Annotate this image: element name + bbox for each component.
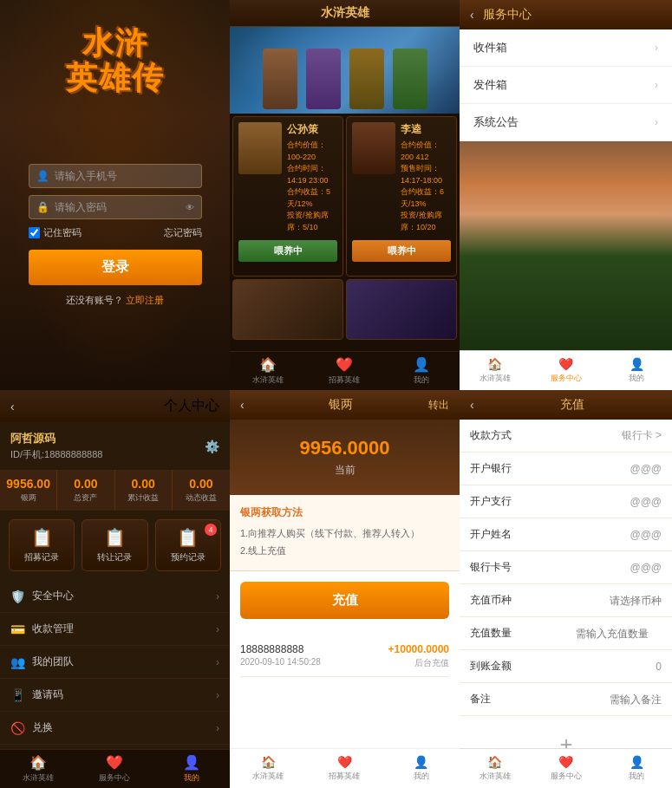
- nav-home[interactable]: 🏠 水浒英雄: [230, 356, 306, 386]
- form-note[interactable]: 备注: [460, 683, 672, 716]
- personal-nav-mine-label: 我的: [184, 772, 199, 784]
- amount-input[interactable]: [531, 628, 662, 640]
- hero-card-small-2[interactable]: [346, 279, 457, 340]
- bank-nav-mine[interactable]: 👤 我的: [383, 753, 460, 784]
- menu3-chevron: ›: [216, 656, 219, 668]
- btn2-label: 转让记录: [86, 551, 143, 563]
- stat3-label: 累计收益: [119, 492, 168, 504]
- hero-figure-3: [349, 49, 384, 109]
- form-payment-method[interactable]: 收款方式 银行卡 >: [460, 420, 672, 453]
- menu1-chevron: ›: [216, 590, 219, 602]
- hero-banner: [230, 27, 460, 114]
- back-arrow-icon[interactable]: ‹: [470, 8, 474, 22]
- personal-nav-mine[interactable]: 👤 我的: [153, 754, 230, 784]
- remember-checkbox[interactable]: [29, 227, 40, 238]
- bank-info-title: 银两获取方法: [240, 505, 449, 520]
- menu-team[interactable]: 👥 我的团队 ›: [0, 646, 230, 679]
- transfer-records-btn[interactable]: 📋 转让记录: [82, 519, 147, 571]
- note-input[interactable]: [531, 694, 662, 706]
- menu-invite-left: 📱 邀请码: [10, 687, 63, 702]
- form-amount[interactable]: 充值数量: [460, 617, 672, 650]
- heroes-header: 水浒英雄: [230, 0, 460, 27]
- personal-nav-service-label: 服务中心: [99, 772, 130, 784]
- menu-exchange-left: 🚫 兑换: [10, 720, 53, 735]
- currency-input[interactable]: [531, 595, 662, 607]
- menu-security[interactable]: 🛡️ 安全中心 ›: [0, 580, 230, 613]
- forgot-link[interactable]: 忘记密码: [164, 226, 202, 239]
- password-input[interactable]: [55, 201, 186, 213]
- service-nav-mine[interactable]: 👤 我的: [601, 355, 672, 386]
- service-inbox[interactable]: 收件箱 ›: [460, 29, 672, 67]
- personal-nav-home[interactable]: 🏠 水浒英雄: [0, 754, 76, 784]
- form-payment-label: 收款方式: [470, 428, 531, 443]
- recharge-nav-mine[interactable]: 👤 我的: [601, 753, 672, 784]
- menu-exchange[interactable]: 🚫 兑换 ›: [0, 712, 230, 745]
- service-outbox[interactable]: 发件箱 ›: [460, 67, 672, 104]
- menu-payment[interactable]: 💳 收款管理 ›: [0, 613, 230, 646]
- form-currency[interactable]: 充值币种: [460, 584, 672, 617]
- stat-bank: 9956.00 银两: [0, 470, 57, 511]
- menu2-label: 收款管理: [32, 622, 74, 636]
- bank-nav-home[interactable]: 🏠 水浒英雄: [230, 753, 306, 784]
- phone-input[interactable]: [55, 170, 194, 182]
- register-link[interactable]: 立即注册: [126, 295, 164, 305]
- remember-label[interactable]: 记住密码: [29, 226, 82, 239]
- recharge-nav-mine-label: 我的: [629, 771, 644, 782]
- login-button[interactable]: 登录: [29, 250, 202, 285]
- recruit-records-btn[interactable]: 📋 招募记录: [9, 519, 75, 571]
- remember-row: 记住密码 忘记密码: [29, 226, 202, 239]
- transaction-type: 后台充值: [388, 657, 449, 669]
- service-bottom-nav: 🏠 水浒英雄 ❤️ 服务中心 👤 我的: [460, 350, 672, 390]
- form-bank-value: @@@: [630, 463, 662, 475]
- booking-badge: 4: [205, 524, 217, 536]
- hero1-action-btn[interactable]: 喂养中: [238, 240, 337, 262]
- service-header: ‹ 服务中心: [460, 0, 672, 29]
- heroes-bottom-nav: 🏠 水浒英雄 ❤️ 招募英雄 👤 我的: [230, 351, 460, 390]
- menu-invite[interactable]: 📱 邀请码 ›: [0, 679, 230, 712]
- bank-nav-heroes[interactable]: ❤️ 招募英雄: [306, 753, 382, 784]
- personal-title: 个人中心: [164, 397, 219, 415]
- bank-title: 银两: [253, 397, 428, 413]
- transaction-amount: +10000.0000: [388, 643, 449, 655]
- service-nav-home[interactable]: 🏠 水浒英雄: [460, 355, 531, 386]
- form-account-name: 开户姓名 @@@: [460, 518, 672, 551]
- bank-mine-icon: 👤: [414, 755, 428, 769]
- btn3-label: 预约记录: [160, 551, 217, 563]
- nav-heroes[interactable]: ❤️ 招募英雄: [306, 356, 382, 386]
- hero-avatar-2: [352, 122, 395, 174]
- recharge-nav-home-label: 水浒英雄: [480, 771, 511, 782]
- bank-transfer-out[interactable]: 转出: [428, 398, 449, 413]
- hero-name-2: 李逵: [401, 122, 451, 137]
- add-icon[interactable]: ＋: [460, 716, 672, 748]
- settings-icon[interactable]: ⚙️: [205, 440, 219, 453]
- eye-icon[interactable]: 👁: [186, 203, 194, 212]
- stat2-label: 总资产: [61, 492, 110, 504]
- bank-recharge-btn[interactable]: 充值: [240, 582, 449, 619]
- form-card-number: 银行卡号 @@@: [460, 551, 672, 584]
- personal-nav-service[interactable]: ❤️ 服务中心: [76, 754, 153, 784]
- hero-info-2: 李逵 合约价值：200 412 预售时间：14:17-18:00 合约收益：6天…: [401, 122, 451, 233]
- form-note-label: 备注: [470, 692, 531, 707]
- bank-balance-label: 当前: [247, 463, 442, 478]
- hero2-action-btn[interactable]: 喂养中: [352, 240, 451, 262]
- recharge-back-icon[interactable]: ‹: [470, 398, 474, 412]
- service-nav-home-label: 水浒英雄: [480, 373, 511, 384]
- personal-back-icon[interactable]: ‹: [10, 400, 15, 414]
- booking-records-btn[interactable]: 4 📋 预约记录: [155, 519, 221, 571]
- recharge-nav-service[interactable]: ❤️ 服务中心: [531, 753, 602, 784]
- bank-home-icon: 🏠: [261, 755, 276, 769]
- recharge-nav-home[interactable]: 🏠 水浒英雄: [460, 753, 531, 784]
- hero-figure-4: [393, 49, 427, 109]
- hero-card-1: 公孙策 合约价值：100-220 合约时间：14:19 23:00 合约收益：5…: [232, 116, 343, 277]
- menu4-chevron: ›: [216, 689, 219, 701]
- invite-icon: 📱: [10, 688, 25, 702]
- bank-nav-mine-label: 我的: [414, 771, 429, 782]
- stat1-value: 9956.00: [3, 477, 53, 491]
- hero-card-small-1[interactable]: [232, 279, 343, 340]
- service-mine-icon: 👤: [630, 357, 644, 371]
- menu2-chevron: ›: [216, 623, 219, 635]
- service-announcement[interactable]: 系统公告 ›: [460, 104, 672, 141]
- bank-back-icon[interactable]: ‹: [240, 398, 245, 412]
- service-nav-service[interactable]: ❤️ 服务中心: [531, 355, 602, 386]
- nav-mine[interactable]: 👤 我的: [383, 356, 460, 386]
